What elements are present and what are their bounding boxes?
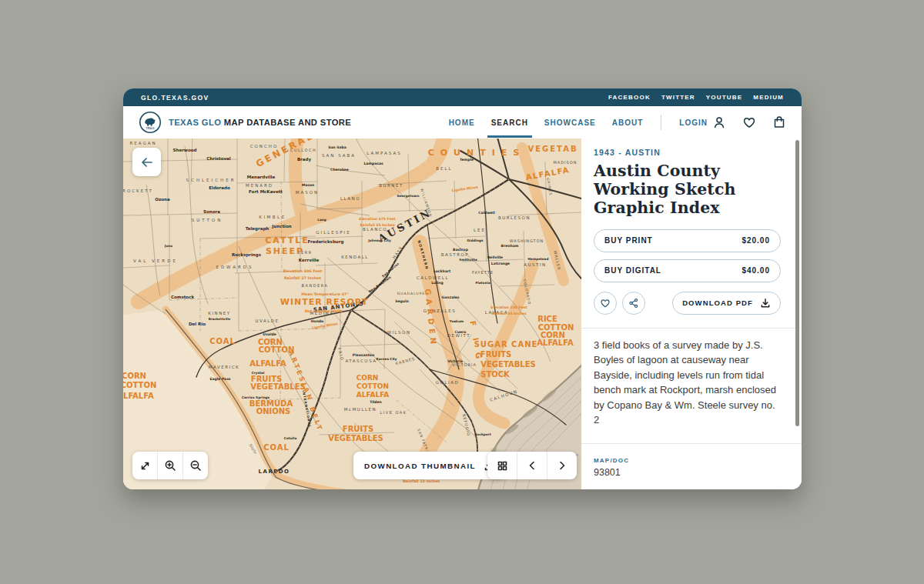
nav-item-home[interactable]: HOME: [449, 118, 475, 127]
svg-text:Lockhart: Lockhart: [434, 269, 451, 273]
svg-text:Cherokee: Cherokee: [330, 168, 349, 172]
site-link[interactable]: GLO.TEXAS.GOV: [141, 94, 209, 102]
brand[interactable]: TXGLO TEXAS GLO MAP DATABASE AND STORE: [139, 111, 351, 134]
app-window: GLO.TEXAS.GOV FACEBOOK TWITTER YOUTUBE M…: [123, 88, 802, 489]
next-page-button[interactable]: [547, 452, 577, 479]
svg-text:BURLESON: BURLESON: [498, 215, 531, 220]
social-link-medium[interactable]: MEDIUM: [753, 94, 784, 101]
heart-icon: [600, 298, 611, 309]
svg-text:VEGETABLES: VEGETABLES: [480, 360, 535, 369]
grid-view-button[interactable]: [487, 452, 517, 479]
nav-item-about[interactable]: ABOUT: [612, 118, 644, 127]
svg-text:ALFALFA: ALFALFA: [537, 339, 574, 347]
download-thumbnail-label: DOWNLOAD THUMBNAIL: [364, 462, 476, 470]
chevron-right-icon: [557, 460, 567, 471]
mapdoc-value: 93801: [594, 467, 781, 478]
download-pdf-button[interactable]: DOWNLOAD PDF: [672, 292, 781, 315]
login-button[interactable]: LOGIN: [679, 115, 726, 129]
zoom-in-button[interactable]: [157, 452, 182, 479]
svg-text:SCHLEICHER: SCHLEICHER: [186, 178, 236, 182]
svg-text:Eagle Pass: Eagle Pass: [209, 377, 230, 381]
buy-print-button[interactable]: BUY PRINT $20.00: [594, 229, 781, 252]
svg-text:Bastrop: Bastrop: [453, 248, 469, 252]
svg-text:VEGETABLES: VEGETABLES: [250, 382, 305, 391]
social-link-youtube[interactable]: YOUTUBE: [706, 94, 743, 101]
svg-text:Rainfall 27 Inches: Rainfall 27 Inches: [284, 276, 321, 280]
svg-text:COTTON: COTTON: [123, 381, 156, 389]
svg-text:Gonzales: Gonzales: [442, 295, 460, 299]
svg-text:McMULLEN: McMULLEN: [344, 407, 377, 412]
svg-text:Smithville: Smithville: [459, 258, 477, 262]
svg-text:TXGLO: TXGLO: [146, 127, 155, 130]
favorite-button[interactable]: [594, 292, 617, 315]
svg-text:LaGrange: LaGrange: [491, 262, 510, 265]
social-link-twitter[interactable]: TWITTER: [661, 94, 695, 101]
svg-text:CONCHO: CONCHO: [250, 144, 279, 149]
svg-text:Mason: Mason: [302, 183, 315, 187]
buy-digital-price: $40.00: [742, 266, 770, 275]
social-link-facebook[interactable]: FACEBOOK: [608, 94, 651, 101]
map-image[interactable]: REAGANCONCHOMcCULLOCHSAN SABALAMPASASSCH…: [123, 138, 581, 489]
favorites-heart-icon[interactable]: [742, 115, 756, 129]
svg-text:FRUITS: FRUITS: [343, 425, 373, 433]
svg-text:MASON: MASON: [296, 190, 319, 195]
main-navbar: TXGLO TEXAS GLO MAP DATABASE AND STORE H…: [123, 106, 802, 138]
svg-text:Caldwell: Caldwell: [478, 211, 495, 215]
download-pdf-label: DOWNLOAD PDF: [682, 299, 753, 307]
svg-text:San Saba: San Saba: [328, 145, 346, 149]
page: { "topbar": { "site": "GLO.TEXAS.GOV", "…: [0, 0, 924, 584]
svg-text:CORN: CORN: [123, 372, 146, 380]
svg-text:AUSTIN: AUSTIN: [524, 262, 546, 267]
svg-text:Telegraph: Telegraph: [246, 226, 270, 232]
zoom-out-button[interactable]: [182, 452, 208, 479]
share-icon: [628, 298, 639, 309]
share-button[interactable]: [622, 292, 645, 315]
nav-item-showcase[interactable]: SHOWCASE: [544, 118, 596, 127]
svg-text:Brenham: Brenham: [501, 244, 519, 248]
svg-text:Yoakum: Yoakum: [449, 319, 464, 323]
svg-text:REAGAN: REAGAN: [129, 141, 156, 145]
chevron-left-icon: [527, 460, 537, 471]
svg-text:BURNET: BURNET: [379, 183, 403, 188]
svg-text:MENARD: MENARD: [246, 183, 273, 188]
svg-text:Comstock: Comstock: [171, 295, 194, 299]
buy-digital-button[interactable]: BUY DIGITAL $40.00: [594, 259, 781, 282]
svg-text:SUTTON: SUTTON: [192, 218, 223, 222]
svg-text:Menardville: Menardville: [247, 175, 276, 179]
item-description: 3 field books of a survey made by J.S. B…: [594, 338, 781, 428]
brand-primary: TEXAS GLO: [169, 118, 221, 127]
mapdoc-label: MAP/DOC: [594, 457, 781, 464]
item-actions: DOWNLOAD PDF: [594, 292, 781, 315]
svg-text:Sherwood: Sherwood: [173, 148, 197, 152]
svg-text:STOCK: STOCK: [480, 370, 511, 379]
svg-text:ALFALFA: ALFALFA: [123, 392, 154, 400]
svg-text:Ozona: Ozona: [155, 197, 170, 202]
svg-text:Cuero: Cuero: [455, 330, 467, 334]
svg-text:Lang: Lang: [317, 218, 326, 222]
svg-text:CROCKETT: CROCKETT: [123, 189, 153, 193]
svg-text:MAVERICK: MAVERICK: [209, 365, 239, 369]
cart-bag-icon[interactable]: [772, 115, 786, 129]
previous-page-button[interactable]: [517, 452, 547, 479]
svg-text:BANDERA: BANDERA: [302, 283, 329, 288]
svg-text:KIMBLE: KIMBLE: [259, 215, 286, 219]
svg-text:Brackettville: Brackettville: [209, 317, 231, 321]
nav-item-search[interactable]: SEARCH: [491, 118, 528, 127]
svg-text:Junction: Junction: [271, 224, 291, 229]
svg-text:WASHINGTON: WASHINGTON: [510, 239, 544, 243]
svg-text:Georgetown: Georgetown: [397, 194, 420, 198]
svg-text:Fort McKavett: Fort McKavett: [249, 189, 283, 194]
social-links: FACEBOOK TWITTER YOUTUBE MEDIUM: [608, 94, 784, 101]
svg-text:CALDWELL: CALDWELL: [417, 275, 449, 280]
download-thumbnail-button[interactable]: DOWNLOAD THUMBNAIL: [353, 452, 506, 479]
purchase-section: 1943 - AUSTIN Austin County Working Sket…: [581, 138, 802, 329]
panel-scrollbar[interactable]: [795, 140, 799, 426]
svg-text:Rainfall 33 Inches: Rainfall 33 Inches: [403, 479, 440, 483]
svg-text:WILSON: WILSON: [387, 330, 410, 335]
back-button[interactable]: [132, 148, 161, 176]
svg-text:Rocksprings: Rocksprings: [232, 252, 262, 258]
svg-text:SUGAR CANE: SUGAR CANE: [474, 340, 538, 349]
main-nav: HOME SEARCH SHOWCASE ABOUT LOGIN: [449, 115, 786, 130]
nav-divider: [661, 115, 661, 130]
fullscreen-button[interactable]: [132, 452, 157, 479]
